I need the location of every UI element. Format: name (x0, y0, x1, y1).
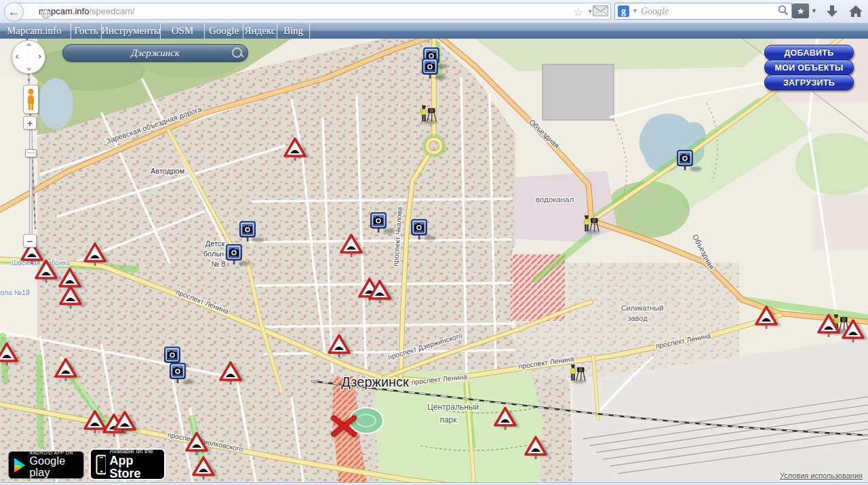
pan-control[interactable]: ⌃ ⌃ ⌃ ⌃ (12, 40, 45, 74)
site-globe-icon (41, 9, 51, 22)
map-search-magnifier-icon[interactable] (232, 47, 242, 58)
zoom-out-button[interactable]: − (23, 234, 37, 248)
pan-up-icon[interactable]: ⌃ (25, 43, 33, 52)
map-label: парк (439, 415, 457, 425)
map-viewport[interactable]: Зарёвская объездная дорогаОбъезднаяОбъез… (0, 39, 868, 485)
menu-item-bing[interactable]: Bing (277, 23, 310, 39)
menu-item-mapcam[interactable]: Mapcam.info (0, 23, 71, 39)
menu-item-osm[interactable]: OSM (161, 23, 205, 39)
pan-down-icon[interactable]: ⌃ (25, 62, 33, 71)
bookmarks-star-icon: ★ (797, 6, 805, 16)
terms-of-use-link[interactable]: Условия использования (780, 471, 863, 480)
back-arrow-icon: ← (8, 6, 20, 18)
google-play-bottom-text: Google play (29, 456, 79, 479)
bookmarks-menu-button[interactable]: ★ (792, 3, 809, 18)
google-play-badge[interactable]: ANDROID APP ONGoogle play (8, 451, 84, 479)
menu-filler (310, 23, 868, 39)
search-engine-dropdown-icon[interactable]: ▼ (632, 8, 638, 14)
map-label: ола №18 (0, 288, 30, 296)
back-button[interactable]: ← (4, 2, 24, 22)
map-label: завод (627, 314, 648, 322)
app-store-phone-icon (96, 454, 106, 475)
add-object-button[interactable]: ДОБАВИТЬ (764, 45, 854, 60)
app-store-badge[interactable]: Available on theApp Store (90, 448, 165, 480)
download-button[interactable]: ЗАГРУЗИТЬ (764, 75, 854, 90)
map-label: Центральный (427, 402, 479, 412)
map-label: Дзержинск (341, 374, 409, 389)
menu-item-tools[interactable]: Инструменты (102, 23, 161, 39)
url-text: mapcam.info/speedcam/ (39, 6, 135, 16)
site-menu-bar: Mapcam.info Гость Инструменты OSM Google… (0, 22, 868, 39)
menu-item-yandex[interactable]: Яндекс (243, 23, 277, 39)
pegman-icon (25, 88, 37, 111)
magnifier-icon[interactable] (778, 5, 789, 18)
map-label: больн (203, 250, 224, 258)
browser-toolbar: ← mapcam.info/speedcam/ ☆ ▼ ↻ g ▼ Google… (0, 0, 868, 23)
map-label: Силикатный (621, 304, 664, 312)
menu-item-google[interactable]: Google (205, 23, 243, 39)
my-objects-button[interactable]: МОИ ОБЪЕКТЫ (764, 60, 854, 75)
map-search-input[interactable]: Дзержинск (62, 44, 248, 62)
search-placeholder: Google (641, 6, 775, 17)
menu-item-guest[interactable]: Гость (71, 23, 102, 39)
zoom-slider-track[interactable] (29, 130, 33, 235)
url-bar[interactable]: mapcam.info/speedcam/ ☆ ▼ ↻ (14, 3, 611, 20)
map-label: водоканал (536, 195, 574, 203)
mail-icon[interactable] (593, 5, 608, 19)
home-button[interactable] (848, 4, 863, 21)
map-label: № 8 (212, 260, 226, 268)
bookmarks-caret-icon[interactable]: ▼ (811, 8, 817, 14)
zoom-slider-handle[interactable] (25, 149, 37, 157)
map-label: Детск (205, 239, 225, 248)
app-store-bottom-text: App Store (110, 454, 159, 480)
pan-left-icon[interactable]: ⌃ (15, 53, 24, 60)
map-search-value: Дзержинск (131, 47, 180, 59)
bookmark-star-icon[interactable]: ☆ (573, 7, 583, 18)
zoom-in-button[interactable]: + (23, 116, 37, 130)
google-play-icon (13, 457, 25, 473)
web-search-field[interactable]: g ▼ Google (614, 3, 792, 20)
google-logo-icon[interactable]: g (618, 5, 629, 17)
bottom-edge-strip (0, 482, 868, 485)
pan-right-icon[interactable]: ⌃ (33, 53, 42, 60)
map-canvas[interactable]: Зарёвская объездная дорогаОбъезднаяОбъез… (0, 39, 868, 485)
browser-window: ← mapcam.info/speedcam/ ☆ ▼ ↻ g ▼ Google… (0, 0, 868, 485)
downloads-button[interactable] (825, 4, 840, 21)
map-label: Автодром (151, 167, 184, 175)
pegman-control[interactable] (23, 85, 39, 114)
